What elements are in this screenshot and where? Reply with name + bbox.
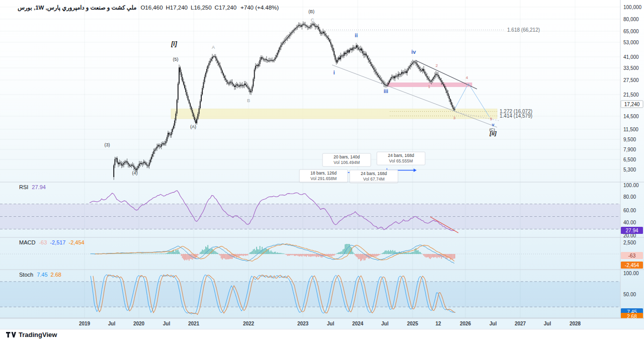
svg-text:24 bars, 168d: 24 bars, 168d [361,171,387,176]
indicator-bands [0,204,620,307]
fib-levels: 1.618 (66,212)1.272 (16,072)1.414 (14,57… [326,27,540,119]
svg-text:100.00: 100.00 [623,271,639,276]
ohlc-o: O16,460 [140,5,163,11]
svg-text:12: 12 [435,321,441,326]
svg-text:C: C [311,18,314,23]
rsi-value: 27.94 [32,184,46,190]
stoch-values: 7.452.68 [37,272,61,278]
svg-text:4: 4 [466,75,468,80]
svg-text:2023: 2023 [297,321,309,326]
macd-header: MACD -63-2,517-2,454 [19,239,85,245]
svg-text:3: 3 [453,116,456,120]
macd-title[interactable]: MACD [19,239,35,245]
svg-text:53,000: 53,000 [623,40,639,45]
svg-text:2,500: 2,500 [623,240,636,245]
svg-text:18 bars, 126d: 18 bars, 126d [310,171,337,176]
svg-text:100,000: 100,000 [623,5,642,10]
time-axis[interactable]: 2019Jul2020Jul202120222023Jul2024Jul2025… [0,318,644,329]
last-price-badge: 17,240 [621,101,643,108]
symbol-title[interactable]: ملي كشت و صنعت و دامپروري پارس, 1W, بورس [18,4,136,11]
svg-text:2020: 2020 [133,321,145,326]
macd-value-0: -63 [39,239,47,245]
svg-text:1.414 (14,579): 1.414 (14,579) [500,113,532,119]
svg-text:Vol 106.494M: Vol 106.494M [334,160,360,165]
price-axis[interactable]: 100,00080,00065,00053,00041,00033,50027,… [621,5,643,320]
ohlc-h: H17,240 [166,5,188,11]
svg-text:80.00: 80.00 [623,194,636,200]
svg-text:-2,454: -2,454 [625,263,639,268]
svg-text:Jul: Jul [327,321,335,326]
svg-text:20 bars, 140d: 20 bars, 140d [334,154,360,159]
svg-text:40.00: 40.00 [623,220,636,225]
rsi-title[interactable]: RSI [19,184,28,190]
svg-text:65,000: 65,000 [623,29,639,34]
svg-text:i: i [333,69,335,75]
svg-text:2022: 2022 [243,321,255,326]
svg-text:9,500: 9,500 [623,137,636,142]
svg-text:iii: iii [383,88,388,94]
svg-text:(B): (B) [308,9,314,14]
svg-text:-63: -63 [628,253,636,259]
svg-text:2026: 2026 [460,321,471,326]
measure-tools[interactable]: 20 bars, 140dVol 106.494M24 bars, 168dVo… [299,152,425,183]
svg-text:ii: ii [355,32,358,38]
tradingview-logo-icon [6,331,16,338]
svg-text:11,500: 11,500 [623,127,638,132]
svg-text:2019: 2019 [79,321,91,326]
svg-text:Vol 65.555M: Vol 65.555M [389,158,413,163]
svg-text:iv: iv [411,49,416,55]
stoch-value-1: 2.68 [51,272,61,278]
svg-text:33,500: 33,500 [623,65,639,71]
svg-text:1: 1 [428,84,431,89]
ohlc-values: O16,460H17,240L16,250C17,240 [140,5,236,11]
svg-text:Jul: Jul [163,321,171,326]
rsi-value-badge: 27.94 [621,227,643,234]
svg-text:Vol 291.658M: Vol 291.658M [310,176,337,181]
svg-text:50.00: 50.00 [623,292,636,297]
svg-text:Jul: Jul [544,321,551,326]
macd-value-badge-0: -63 [621,252,643,259]
tradingview-logo-text: TradingView [19,331,57,338]
svg-text:27.94: 27.94 [625,228,638,233]
pane-dividers [0,0,644,329]
svg-text:Jul: Jul [490,321,497,326]
svg-text:Vol 67.74M: Vol 67.74M [363,177,385,182]
svg-text:14,500: 14,500 [623,114,639,119]
macd-value-badge-1: -2,454 [621,262,643,269]
svg-text:(5): (5) [173,57,179,62]
tradingview-logo[interactable]: TradingView [0,331,57,338]
tradingview-chart-window: 1.618 (66,212)1.272 (16,072)1.414 (14,57… [0,0,644,340]
svg-text:6,500: 6,500 [623,157,636,162]
svg-text:41,000: 41,000 [623,54,639,60]
svg-text:(A): (A) [190,124,196,129]
svg-text:2021: 2021 [188,321,200,326]
svg-text:Jul: Jul [108,321,116,326]
svg-text:2028: 2028 [570,321,581,326]
svg-text:2024: 2024 [352,321,364,326]
svg-text:v: v [492,122,494,127]
svg-text:17,240: 17,240 [624,102,640,107]
svg-text:2027: 2027 [515,321,526,326]
macd-value-2: -2,454 [69,239,85,245]
grid-lines [0,0,620,318]
ohlc-c: C17,240 [215,5,236,11]
svg-text:(3): (3) [105,142,110,147]
elliott-wave-labels: (3)(4)(5)[i](A)AB(B)Ciiiiiiiv12345v(C)[i… [105,9,497,176]
chart-canvas[interactable]: 1.618 (66,212)1.272 (16,072)1.414 (14,57… [0,0,644,329]
svg-text:B: B [247,98,250,103]
stoch-title[interactable]: Stoch [19,272,33,278]
svg-text:80,000: 80,000 [623,17,639,22]
svg-text:A: A [212,45,215,50]
macd-value-1: -2,517 [50,239,65,245]
macd-plot [90,244,455,264]
svg-text:(4): (4) [132,171,138,176]
svg-text:Jul: Jul [381,321,389,326]
stoch-value-0: 7.45 [37,272,47,278]
macd-values: -63-2,517-2,454 [39,239,84,245]
svg-text:21,500: 21,500 [623,92,639,98]
svg-text:1.618 (66,212): 1.618 (66,212) [507,27,540,33]
svg-text:[ii]: [ii] [489,130,497,136]
symbol-header: ملي كشت و صنعت و دامپروري پارس, 1W, بورس… [18,4,279,11]
svg-text:24 bars, 168d: 24 bars, 168d [388,153,414,158]
bottom-bar: TradingView [0,329,644,340]
